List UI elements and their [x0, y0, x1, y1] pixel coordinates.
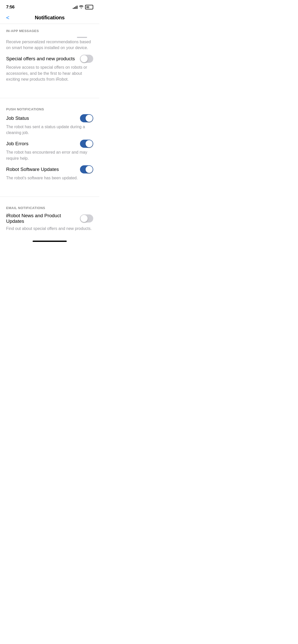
irobot-news-toggle-thumb — [80, 215, 88, 222]
irobot-news-label: iRobot News and Product Updates — [6, 213, 80, 224]
setting-item-software-updates: Robot Software Updates The robot's softw… — [6, 165, 93, 181]
back-button[interactable]: < — [6, 14, 9, 21]
setting-item-job-errors: Job Errors The robot has encountered an … — [6, 140, 93, 161]
status-icons: 80 — [73, 5, 93, 9]
irobot-news-toggle[interactable] — [80, 214, 93, 223]
irobot-news-description: Find out about special offers and new pr… — [6, 226, 93, 231]
setting-item-smart-home-recs: Receive personalized recommendations bas… — [6, 39, 93, 51]
section-email: EMAIL NOTIFICATIONS iRobot News and Prod… — [0, 197, 99, 231]
job-errors-label: Job Errors — [6, 141, 80, 147]
special-offers-row: Special offers and new products — [6, 55, 93, 63]
drag-handle-bar — [77, 37, 87, 38]
battery-level: 80 — [86, 6, 89, 9]
software-updates-label: Robot Software Updates — [6, 167, 80, 172]
setting-item-job-status: Job Status The robot has sent a status u… — [6, 114, 93, 136]
smart-home-recs-description: Receive personalized recommendations bas… — [6, 39, 93, 51]
nav-bar: < Notifications — [0, 13, 99, 24]
home-indicator-bar — [33, 241, 67, 242]
section-in-app: IN-APP MESSAGES Receive personalized rec… — [0, 24, 99, 82]
software-updates-row: Robot Software Updates — [6, 165, 93, 173]
software-updates-toggle[interactable] — [80, 165, 93, 173]
divider-2 — [0, 185, 99, 193]
job-errors-description: The robot has encountered an error and m… — [6, 149, 93, 161]
wifi-icon — [79, 5, 84, 9]
job-status-toggle-thumb — [86, 115, 93, 122]
irobot-news-row: iRobot News and Product Updates — [6, 213, 93, 224]
special-offers-description: Receive access to special offers on robo… — [6, 64, 93, 82]
special-offers-toggle[interactable] — [80, 55, 93, 63]
job-status-toggle[interactable] — [80, 114, 93, 122]
setting-item-special-offers: Special offers and new products Receive … — [6, 55, 93, 82]
software-updates-description: The robot's software has been updated. — [6, 175, 93, 181]
setting-item-irobot-news: iRobot News and Product Updates Find out… — [6, 213, 93, 231]
section-title-in-app: IN-APP MESSAGES — [6, 29, 93, 33]
page-title: Notifications — [35, 15, 64, 21]
status-time: 7:56 — [6, 5, 15, 10]
drag-handle — [6, 37, 93, 38]
job-status-label: Job Status — [6, 115, 80, 121]
home-indicator — [0, 238, 99, 244]
section-title-push: PUSH NOTIFICATIONS — [6, 107, 93, 111]
status-bar: 7:56 80 — [0, 0, 99, 13]
battery-icon: 80 — [85, 5, 93, 9]
special-offers-toggle-thumb — [80, 55, 88, 62]
signal-bars-icon — [73, 5, 77, 9]
software-updates-toggle-thumb — [86, 166, 93, 173]
divider-1 — [0, 86, 99, 94]
content: IN-APP MESSAGES Receive personalized rec… — [0, 24, 99, 244]
section-title-email: EMAIL NOTIFICATIONS — [6, 206, 93, 210]
job-errors-toggle-thumb — [86, 140, 93, 147]
job-errors-toggle[interactable] — [80, 140, 93, 148]
section-push: PUSH NOTIFICATIONS Job Status The robot … — [0, 98, 99, 181]
job-status-row: Job Status — [6, 114, 93, 122]
job-status-description: The robot has sent a status update durin… — [6, 124, 93, 136]
special-offers-label: Special offers and new products — [6, 56, 80, 62]
job-errors-row: Job Errors — [6, 140, 93, 148]
